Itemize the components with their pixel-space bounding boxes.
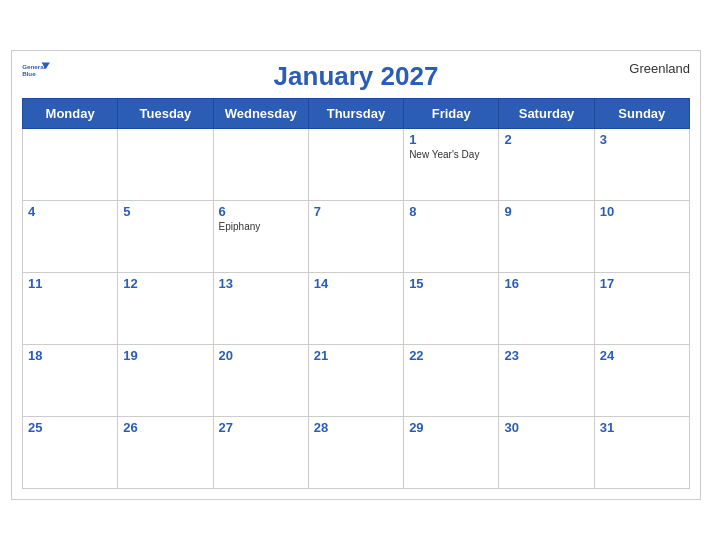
day-cell: 9 bbox=[499, 201, 594, 273]
day-number: 8 bbox=[409, 204, 493, 219]
calendar-title: January 2027 bbox=[22, 61, 690, 92]
day-number: 22 bbox=[409, 348, 493, 363]
col-saturday: Saturday bbox=[499, 99, 594, 129]
col-monday: Monday bbox=[23, 99, 118, 129]
day-cell: 11 bbox=[23, 273, 118, 345]
day-cell: 30 bbox=[499, 417, 594, 489]
generalblue-logo-icon: General Blue bbox=[22, 61, 50, 79]
day-number: 9 bbox=[504, 204, 588, 219]
day-number: 17 bbox=[600, 276, 684, 291]
day-number: 29 bbox=[409, 420, 493, 435]
day-number: 30 bbox=[504, 420, 588, 435]
day-cell: 20 bbox=[213, 345, 308, 417]
day-number: 25 bbox=[28, 420, 112, 435]
week-row-4: 18192021222324 bbox=[23, 345, 690, 417]
day-number: 19 bbox=[123, 348, 207, 363]
calendar-container: General Blue January 2027 Greenland Mond… bbox=[11, 50, 701, 500]
day-number: 14 bbox=[314, 276, 398, 291]
day-number: 20 bbox=[219, 348, 303, 363]
day-number: 3 bbox=[600, 132, 684, 147]
day-number: 10 bbox=[600, 204, 684, 219]
col-wednesday: Wednesday bbox=[213, 99, 308, 129]
day-number: 11 bbox=[28, 276, 112, 291]
day-cell: 16 bbox=[499, 273, 594, 345]
calendar-header: General Blue January 2027 Greenland bbox=[22, 61, 690, 92]
day-cell: 5 bbox=[118, 201, 213, 273]
day-number: 7 bbox=[314, 204, 398, 219]
col-friday: Friday bbox=[404, 99, 499, 129]
col-sunday: Sunday bbox=[594, 99, 689, 129]
day-cell: 24 bbox=[594, 345, 689, 417]
day-cell: 21 bbox=[308, 345, 403, 417]
day-cell: 3 bbox=[594, 129, 689, 201]
day-cell: 6Epiphany bbox=[213, 201, 308, 273]
day-cell: 22 bbox=[404, 345, 499, 417]
week-row-1: 1New Year's Day23 bbox=[23, 129, 690, 201]
day-number: 1 bbox=[409, 132, 493, 147]
day-cell: 29 bbox=[404, 417, 499, 489]
day-number: 13 bbox=[219, 276, 303, 291]
day-number: 23 bbox=[504, 348, 588, 363]
day-cell: 14 bbox=[308, 273, 403, 345]
day-cell: 18 bbox=[23, 345, 118, 417]
day-cell: 19 bbox=[118, 345, 213, 417]
holiday-name: New Year's Day bbox=[409, 149, 493, 161]
day-number: 12 bbox=[123, 276, 207, 291]
day-cell: 2 bbox=[499, 129, 594, 201]
day-cell: 31 bbox=[594, 417, 689, 489]
holiday-name: Epiphany bbox=[219, 221, 303, 233]
day-cell: 27 bbox=[213, 417, 308, 489]
day-number: 26 bbox=[123, 420, 207, 435]
day-number: 21 bbox=[314, 348, 398, 363]
day-cell: 8 bbox=[404, 201, 499, 273]
day-number: 28 bbox=[314, 420, 398, 435]
day-cell: 26 bbox=[118, 417, 213, 489]
col-thursday: Thursday bbox=[308, 99, 403, 129]
week-row-5: 25262728293031 bbox=[23, 417, 690, 489]
day-number: 6 bbox=[219, 204, 303, 219]
day-cell: 25 bbox=[23, 417, 118, 489]
day-cell: 10 bbox=[594, 201, 689, 273]
day-number: 15 bbox=[409, 276, 493, 291]
day-cell: 28 bbox=[308, 417, 403, 489]
day-number: 16 bbox=[504, 276, 588, 291]
day-cell: 7 bbox=[308, 201, 403, 273]
day-cell bbox=[23, 129, 118, 201]
day-number: 2 bbox=[504, 132, 588, 147]
week-row-3: 11121314151617 bbox=[23, 273, 690, 345]
day-cell: 15 bbox=[404, 273, 499, 345]
logo-area: General Blue bbox=[22, 61, 50, 79]
region-label: Greenland bbox=[629, 61, 690, 76]
svg-text:General: General bbox=[22, 63, 45, 70]
day-number: 18 bbox=[28, 348, 112, 363]
day-number: 31 bbox=[600, 420, 684, 435]
day-cell: 1New Year's Day bbox=[404, 129, 499, 201]
day-cell bbox=[308, 129, 403, 201]
day-number: 27 bbox=[219, 420, 303, 435]
day-number: 24 bbox=[600, 348, 684, 363]
day-number: 5 bbox=[123, 204, 207, 219]
day-cell: 12 bbox=[118, 273, 213, 345]
header-row: Monday Tuesday Wednesday Thursday Friday… bbox=[23, 99, 690, 129]
day-cell: 17 bbox=[594, 273, 689, 345]
day-cell: 13 bbox=[213, 273, 308, 345]
day-cell: 23 bbox=[499, 345, 594, 417]
svg-text:Blue: Blue bbox=[22, 70, 36, 77]
day-cell bbox=[118, 129, 213, 201]
day-cell: 4 bbox=[23, 201, 118, 273]
week-row-2: 456Epiphany78910 bbox=[23, 201, 690, 273]
day-number: 4 bbox=[28, 204, 112, 219]
day-cell bbox=[213, 129, 308, 201]
calendar-grid: Monday Tuesday Wednesday Thursday Friday… bbox=[22, 98, 690, 489]
col-tuesday: Tuesday bbox=[118, 99, 213, 129]
